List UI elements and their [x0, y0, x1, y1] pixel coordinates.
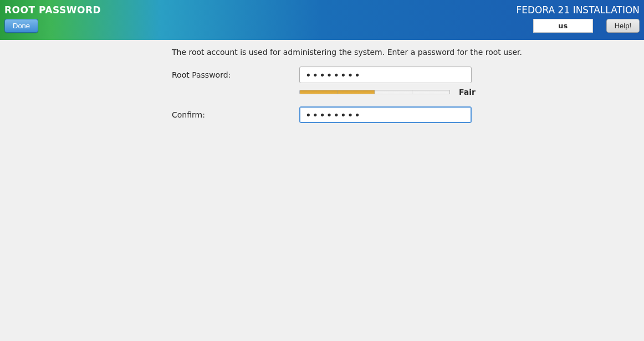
- header-bar: ROOT PASSWORD Done FEDORA 21 INSTALLATIO…: [0, 0, 644, 40]
- confirm-label: Confirm:: [172, 110, 299, 119]
- password-label: Root Password:: [172, 70, 299, 79]
- strength-label: Fair: [459, 88, 476, 96]
- strength-segment: [375, 90, 412, 94]
- confirm-password-input[interactable]: [299, 106, 472, 123]
- help-button[interactable]: Help!: [606, 19, 640, 33]
- content-area: The root account is used for administeri…: [0, 40, 644, 123]
- keyboard-layout-indicator[interactable]: us: [533, 19, 593, 33]
- header-right: FEDORA 21 INSTALLATION us Help!: [516, 0, 644, 33]
- header-buttons: us Help!: [533, 19, 640, 33]
- root-password-input[interactable]: [299, 67, 472, 83]
- page-title: ROOT PASSWORD: [4, 4, 101, 16]
- confirm-row: Confirm:: [172, 106, 644, 123]
- strength-segment: [300, 90, 338, 94]
- password-row: Root Password:: [172, 67, 644, 83]
- strength-segment: [338, 90, 375, 94]
- strength-row: Fair: [299, 88, 644, 96]
- strength-segment: [412, 90, 450, 94]
- password-strength-bar: [299, 90, 450, 94]
- done-button[interactable]: Done: [4, 19, 38, 33]
- header-left: ROOT PASSWORD Done: [0, 0, 105, 33]
- description-text: The root account is used for administeri…: [172, 48, 644, 57]
- installer-title: FEDORA 21 INSTALLATION: [516, 4, 640, 16]
